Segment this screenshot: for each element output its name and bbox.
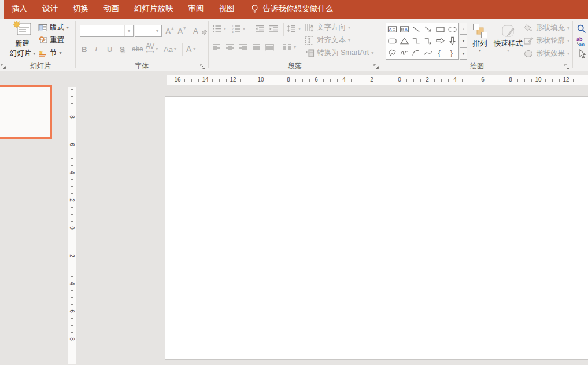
justify-button[interactable]: [252, 42, 261, 53]
columns-button[interactable]: ▾: [283, 42, 296, 53]
freeform-shape[interactable]: [386, 47, 398, 59]
right-brace-icon: }: [448, 48, 457, 58]
ruler-tick: [212, 79, 213, 82]
font-size-combo[interactable]: ▾: [135, 25, 162, 37]
quick-styles-icon: [501, 23, 516, 39]
font-dialog-launcher-icon[interactable]: [200, 64, 206, 70]
increase-indent-icon: [269, 24, 279, 33]
workspace: 864202468 161412108642024681012: [0, 71, 588, 365]
font-color-glyph: A: [186, 45, 191, 54]
font-color-button[interactable]: A ▾: [186, 43, 195, 56]
ribbon-tab-5[interactable]: 幻灯片放映: [127, 3, 181, 14]
arrange-button[interactable]: 排列 ▾: [468, 21, 492, 62]
change-case-button[interactable]: Aa ▾: [164, 43, 176, 56]
ruler-tick: [462, 79, 463, 82]
new-slide-label-line2: 幻灯片: [10, 49, 32, 58]
increase-indent-button[interactable]: [269, 23, 279, 34]
slide-thumbnail-selected[interactable]: [0, 85, 52, 139]
replace-button[interactable]: abac: [576, 36, 587, 47]
shape-fill-button[interactable]: 形状填充 ▾: [524, 23, 569, 34]
ribbon-tab-1[interactable]: 插入: [4, 3, 35, 14]
align-left-icon: [212, 43, 221, 51]
arrow-shape[interactable]: [422, 23, 434, 35]
right-brace-shape[interactable]: }: [446, 47, 458, 59]
ribbon-tab-7[interactable]: 视图: [212, 3, 242, 14]
find-button[interactable]: [576, 23, 587, 34]
ribbon-tab-6[interactable]: 审阅: [181, 3, 212, 14]
align-center-button[interactable]: [225, 42, 234, 53]
shrink-font-button[interactable]: A▾: [177, 25, 186, 36]
bold-button[interactable]: B: [82, 43, 87, 56]
down-arrow-shape[interactable]: [446, 35, 458, 47]
quick-styles-button[interactable]: 快速样式 ▾: [493, 21, 523, 62]
distribute-text-button[interactable]: [265, 42, 274, 53]
ruler-tick: [71, 353, 73, 353]
smartart-dropdown-icon: ▾: [371, 51, 373, 56]
convert-to-smartart-button[interactable]: 转换为 SmartArt ▾: [305, 47, 373, 58]
strikethrough-button[interactable]: abc: [132, 43, 143, 56]
ribbon-tab-3[interactable]: 切换: [65, 3, 96, 14]
text-direction-icon: A: [305, 23, 315, 32]
ruler-number: 6: [315, 76, 318, 83]
thumbnail-panel-divider[interactable]: [64, 71, 64, 365]
down-arrow-icon: [448, 36, 457, 46]
shape-outline-button[interactable]: 形状轮廓 ▾: [524, 35, 569, 46]
reset-button[interactable]: 重置: [38, 35, 64, 46]
rounded-rectangle-shape[interactable]: [386, 35, 398, 47]
text-box-icon: A: [387, 24, 397, 34]
oval-shape[interactable]: [446, 23, 458, 35]
line-shape[interactable]: [411, 23, 423, 35]
underline-button[interactable]: U: [107, 43, 112, 56]
ruler-tick: [240, 79, 241, 82]
vertical-text-box-shape[interactable]: A: [398, 23, 411, 35]
ruler-tick: [420, 79, 421, 82]
align-text-button[interactable]: 对齐文本 ▾: [305, 35, 350, 46]
isosceles-triangle-shape[interactable]: [398, 35, 411, 47]
ruler-number: 6: [69, 143, 75, 146]
font-name-dropdown-icon[interactable]: ▾: [124, 25, 133, 36]
slide-canvas[interactable]: [165, 96, 588, 360]
tell-me-box[interactable]: 告诉我你想要做什么: [250, 3, 334, 14]
layout-button[interactable]: 版式 ▾: [38, 22, 69, 33]
curve-shape[interactable]: [422, 47, 434, 59]
font-name-combo[interactable]: ▾: [80, 25, 134, 37]
drawing-dialog-launcher-icon[interactable]: [564, 64, 571, 70]
ribbon-tab-2[interactable]: 设计: [35, 3, 65, 14]
scribble-shape[interactable]: [398, 47, 411, 59]
elbow-arrow-connector-shape[interactable]: [422, 35, 434, 47]
gallery-more-icon[interactable]: ▾: [460, 47, 467, 60]
font-size-dropdown-icon[interactable]: ▾: [153, 25, 161, 36]
clear-formatting-button[interactable]: A: [193, 25, 208, 36]
character-spacing-button[interactable]: AV⇠⇢ ▾: [146, 43, 158, 56]
italic-button[interactable]: I: [95, 43, 97, 56]
align-left-button[interactable]: [212, 42, 221, 53]
rectangle-shape[interactable]: [434, 23, 446, 35]
svg-text:}: }: [450, 49, 453, 57]
section-button[interactable]: 节 ▾: [38, 47, 62, 58]
elbow-connector-shape[interactable]: [411, 35, 423, 47]
new-slide-button[interactable]: 新建 幻灯片 ▾: [8, 20, 38, 62]
ruler-tick: [71, 290, 73, 291]
line-spacing-button[interactable]: ▾: [287, 23, 301, 34]
left-brace-shape[interactable]: {: [434, 47, 446, 59]
right-arrow-shape[interactable]: [434, 35, 446, 47]
text-direction-button[interactable]: A 文字方向 ▾: [305, 22, 350, 33]
decrease-indent-icon: [255, 24, 265, 33]
align-right-button[interactable]: [239, 42, 247, 53]
gallery-scroll-up-icon[interactable]: ▴: [460, 23, 467, 35]
text-box-shape[interactable]: A: [386, 23, 398, 35]
gallery-scroll-down-icon[interactable]: ▾: [460, 35, 467, 47]
ribbon-tab-4[interactable]: 动画: [96, 3, 127, 14]
grow-font-button[interactable]: A▴: [165, 25, 173, 36]
group-separator: [75, 21, 76, 68]
arc-shape[interactable]: [411, 47, 423, 59]
decrease-indent-button[interactable]: [255, 23, 265, 34]
text-shadow-button[interactable]: S: [120, 43, 125, 56]
numbering-button[interactable]: 123 ▾: [231, 23, 245, 34]
paragraph-dialog-launcher-icon[interactable]: [373, 64, 380, 70]
shape-effects-button[interactable]: 形状效果 ▾: [524, 48, 569, 59]
bold-glyph: B: [82, 45, 87, 54]
select-button[interactable]: [578, 49, 586, 60]
bullets-button[interactable]: ▾: [212, 23, 226, 34]
ruler-tick: [71, 242, 73, 242]
